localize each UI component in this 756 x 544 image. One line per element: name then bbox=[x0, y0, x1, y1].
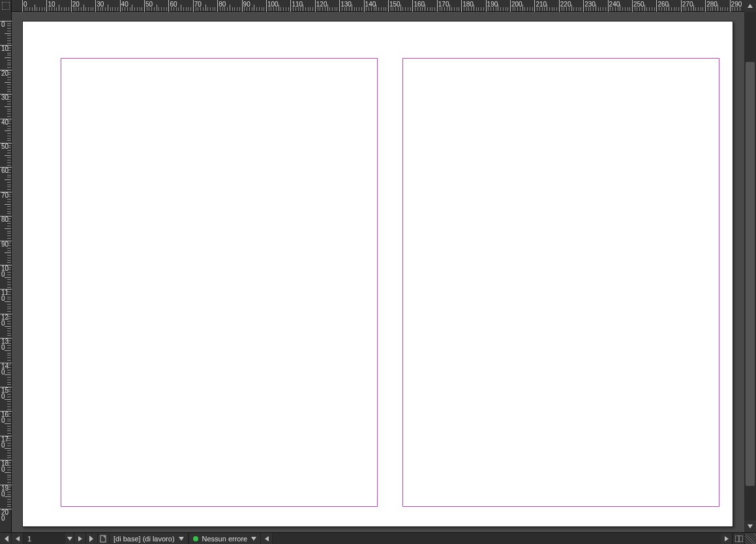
scroll-down-button[interactable] bbox=[744, 521, 756, 532]
ruler-origin-corner[interactable] bbox=[0, 0, 12, 12]
chevron-up-icon bbox=[748, 4, 753, 8]
chevron-down-icon bbox=[67, 537, 72, 541]
page-spread[interactable] bbox=[22, 21, 733, 527]
ruler-v-label: 70 bbox=[1, 192, 10, 198]
chevron-left-icon bbox=[265, 536, 269, 541]
ruler-v-label: 200 bbox=[1, 509, 10, 521]
ruler-v-label: 30 bbox=[1, 95, 10, 100]
preflight-status-dropdown[interactable]: Nessun errore bbox=[189, 533, 262, 544]
split-view-button[interactable] bbox=[733, 533, 744, 544]
resize-grip[interactable] bbox=[744, 533, 756, 544]
horizontal-ruler-ticks: 0102030405060708090100110120130140150160… bbox=[12, 0, 744, 11]
chevron-down-icon bbox=[748, 524, 753, 528]
chevron-right-icon bbox=[725, 536, 729, 541]
page-number-input[interactable] bbox=[23, 533, 65, 544]
bottom-right-cluster bbox=[721, 533, 756, 544]
ruler-v-label: 80 bbox=[1, 217, 10, 222]
svg-rect-0 bbox=[100, 536, 106, 542]
chevron-down-icon bbox=[179, 537, 184, 541]
ruler-v-label: 90 bbox=[1, 241, 10, 247]
scroll-up-button[interactable] bbox=[744, 0, 756, 12]
document-viewport[interactable] bbox=[12, 12, 744, 532]
open-master-button[interactable] bbox=[98, 533, 110, 544]
master-spread-label: [di base] (di lavoro) bbox=[113, 535, 175, 543]
preflight-status-dot-icon bbox=[193, 536, 198, 541]
preflight-status-label: Nessun errore bbox=[202, 535, 248, 543]
vertical-scroll-thumb[interactable] bbox=[746, 62, 755, 486]
vertical-ruler[interactable]: 0102030405060708090100110120130140150160… bbox=[0, 12, 12, 532]
ruler-v-label: 60 bbox=[1, 168, 10, 174]
last-page-button[interactable] bbox=[86, 533, 98, 544]
last-page-icon bbox=[89, 536, 95, 542]
ruler-v-label: 10 bbox=[1, 46, 10, 52]
document-icon bbox=[100, 535, 108, 543]
chevron-left-icon bbox=[16, 536, 20, 541]
chevron-down-icon bbox=[251, 537, 256, 541]
horizontal-ruler[interactable]: 0102030405060708090100110120130140150160… bbox=[0, 0, 744, 12]
split-view-icon bbox=[735, 536, 743, 542]
ruler-v-label: 20 bbox=[1, 70, 10, 76]
margin-frame-left bbox=[61, 58, 378, 507]
scroll-left-button[interactable] bbox=[261, 533, 273, 544]
status-bar: [di base] (di lavoro) Nessun errore bbox=[0, 532, 756, 544]
scroll-right-button[interactable] bbox=[721, 533, 733, 544]
horizontal-scrollbar[interactable] bbox=[273, 533, 721, 544]
ruler-v-label: 0 bbox=[1, 22, 10, 27]
first-page-icon bbox=[3, 536, 9, 542]
prev-page-button[interactable] bbox=[12, 533, 23, 544]
first-page-button[interactable] bbox=[0, 533, 12, 544]
next-page-button[interactable] bbox=[74, 533, 86, 544]
chevron-right-icon bbox=[78, 536, 82, 541]
master-spread-dropdown[interactable]: [di base] (di lavoro) bbox=[110, 533, 189, 544]
ruler-v-label: 40 bbox=[1, 119, 10, 125]
margin-frame-right bbox=[402, 58, 719, 507]
ruler-v-label: 50 bbox=[1, 144, 10, 149]
vertical-scrollbar[interactable] bbox=[744, 0, 756, 532]
page-dropdown-button[interactable] bbox=[65, 533, 74, 544]
